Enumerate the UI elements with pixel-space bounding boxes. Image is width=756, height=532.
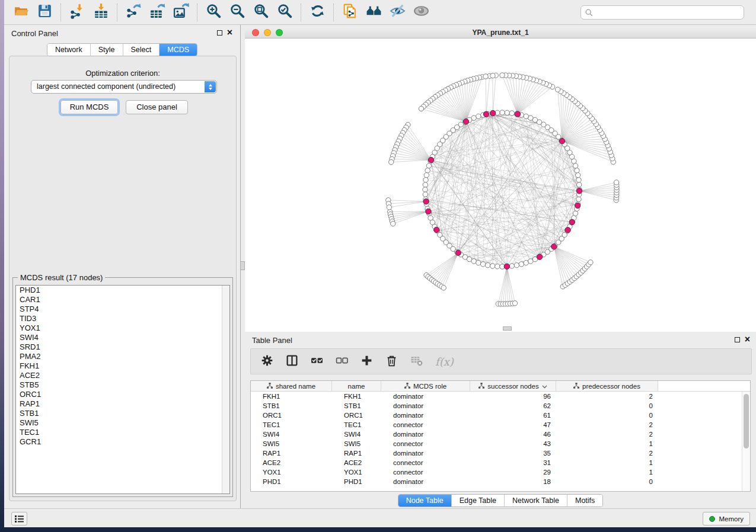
delete-table-button: [410, 354, 423, 369]
settings-button[interactable]: [261, 354, 273, 369]
result-scrollbar[interactable]: [222, 286, 229, 493]
new-network-from-selection-button[interactable]: [338, 2, 362, 23]
import-network-icon: [69, 3, 85, 21]
table-tab-network-table[interactable]: Network Table: [505, 495, 567, 507]
memory-button[interactable]: Memory: [703, 512, 750, 525]
table-row[interactable]: FKH1FKH1dominator962: [251, 392, 742, 401]
result-list-item[interactable]: SWI4: [16, 333, 229, 342]
result-list-item[interactable]: PMA2: [16, 352, 229, 361]
result-list-item[interactable]: SWI5: [16, 418, 229, 428]
close-table-panel-icon[interactable]: ×: [745, 334, 750, 345]
import-table-button[interactable]: [89, 2, 113, 23]
table-row[interactable]: PHD1PHD1dominator180: [251, 477, 742, 486]
column-header-name[interactable]: name: [332, 381, 381, 391]
network-canvas[interactable]: [245, 39, 756, 331]
zoom-out-button[interactable]: [225, 2, 249, 23]
tab-select[interactable]: Select: [123, 44, 160, 56]
result-list-item[interactable]: ORC1: [16, 390, 229, 399]
export-table-icon: [149, 3, 165, 21]
export-network-button[interactable]: [122, 2, 145, 23]
show-all-button[interactable]: [409, 2, 433, 23]
deselect-all-button[interactable]: [336, 354, 348, 369]
table-cell: STB1: [251, 401, 332, 411]
table-tab-motifs[interactable]: Motifs: [567, 495, 602, 507]
table-scrollbar[interactable]: [742, 392, 750, 491]
table-row[interactable]: SWI4SWI4dominator462: [251, 430, 742, 439]
table-row[interactable]: STB1STB1dominator620: [251, 401, 742, 411]
search-box[interactable]: [580, 5, 744, 20]
result-list-item[interactable]: SRD1: [16, 342, 229, 352]
open-file-button[interactable]: [9, 2, 33, 23]
table-row[interactable]: TEC1TEC1connector472: [251, 420, 742, 430]
delete-button[interactable]: [385, 354, 398, 369]
horizontal-divider-handle[interactable]: [503, 326, 512, 331]
table-row[interactable]: RAP1RAP1dominator352: [251, 448, 742, 458]
result-list-item[interactable]: YOX1: [16, 323, 229, 333]
table-body: FKH1FKH1dominator962STB1STB1dominator620…: [251, 392, 742, 491]
select-all-button[interactable]: [311, 354, 323, 369]
zoom-fit-button[interactable]: [249, 2, 273, 23]
result-list-item[interactable]: STB5: [16, 380, 229, 390]
run-mcds-button[interactable]: Run MCDS: [60, 100, 118, 114]
table-cell: PHD1: [251, 477, 332, 486]
network-graph[interactable]: [245, 39, 756, 331]
table-cell: dominator: [381, 448, 470, 458]
result-list-item[interactable]: STP4: [16, 305, 229, 314]
float-panel-icon[interactable]: [217, 30, 222, 36]
hide-selected-button[interactable]: [385, 2, 409, 23]
zoom-selected-button[interactable]: [273, 2, 296, 23]
table-cell: 18: [470, 477, 556, 486]
tab-group: NetworkStyleSelectMCDS: [47, 43, 197, 56]
result-list-item[interactable]: RAP1: [16, 399, 229, 409]
tab-style[interactable]: Style: [91, 44, 123, 56]
table-cell: connector: [381, 467, 470, 477]
result-list-item[interactable]: GCR1: [16, 437, 229, 447]
close-panel-icon[interactable]: ×: [227, 27, 232, 39]
result-list-item[interactable]: TID3: [16, 314, 229, 323]
automation-panel-button[interactable]: [11, 512, 27, 525]
result-list-item[interactable]: STB1: [16, 409, 229, 418]
result-list-item[interactable]: CAR1: [16, 295, 229, 305]
network-window-titlebar[interactable]: YPA_prune.txt_1: [245, 27, 756, 39]
table-cell: dominator: [381, 477, 470, 486]
table-row[interactable]: ORC1ORC1dominator610: [251, 411, 742, 420]
zoom-in-button[interactable]: [202, 2, 225, 23]
column-header-predecessor-nodes[interactable]: predecessor nodes: [556, 381, 658, 391]
table-row[interactable]: SWI5SWI5connector431: [251, 439, 742, 448]
column-header-shared-name[interactable]: shared name: [251, 381, 332, 391]
table-row[interactable]: ACE2ACE2connector311: [251, 458, 742, 467]
column-header-successor-nodes[interactable]: successor nodes: [470, 381, 556, 391]
table-scrollbar-thumb[interactable]: [744, 394, 749, 448]
export-image-button[interactable]: [169, 2, 193, 23]
table-row[interactable]: YOX1YOX1connector291: [251, 467, 742, 477]
criterion-dropdown[interactable]: largest connected component (undirected): [31, 80, 217, 94]
search-input[interactable]: [596, 7, 744, 18]
first-neighbors-button[interactable]: [362, 2, 385, 23]
toggle-columns-button[interactable]: [286, 354, 298, 369]
result-list-item[interactable]: TEC1: [16, 428, 229, 437]
table-cell: 96: [470, 392, 556, 401]
table-cell: 0: [556, 477, 658, 486]
result-list-item[interactable]: FKH1: [16, 361, 229, 371]
column-header-MCDS-role[interactable]: MCDS role: [381, 381, 470, 391]
leaf-nodes[interactable]: [386, 73, 620, 306]
refresh-button[interactable]: [305, 2, 329, 23]
close-panel-button[interactable]: Close panel: [126, 100, 188, 114]
import-network-button[interactable]: [65, 2, 89, 23]
tab-mcds[interactable]: MCDS: [160, 44, 197, 56]
tab-network[interactable]: Network: [47, 44, 91, 56]
deselect-all-icon: [336, 354, 348, 369]
result-list-item[interactable]: ACE2: [16, 371, 229, 380]
column-label: name: [348, 383, 365, 390]
export-table-button[interactable]: [145, 2, 169, 23]
add-button[interactable]: [361, 354, 373, 369]
result-list-item[interactable]: PHD1: [16, 286, 229, 295]
table-cell: 31: [470, 458, 556, 467]
table-tab-edge-table[interactable]: Edge Table: [452, 495, 505, 507]
vertical-divider-handle[interactable]: [240, 261, 245, 270]
table-tab-node-table[interactable]: Node Table: [398, 495, 452, 507]
float-table-panel-icon[interactable]: [735, 337, 740, 342]
shared-column-icon: [479, 383, 484, 390]
mcds-result-list[interactable]: PHD1CAR1STP4TID3YOX1SWI4SRD1PMA2FKH1ACE2…: [15, 285, 230, 494]
save-session-button[interactable]: [33, 2, 56, 23]
